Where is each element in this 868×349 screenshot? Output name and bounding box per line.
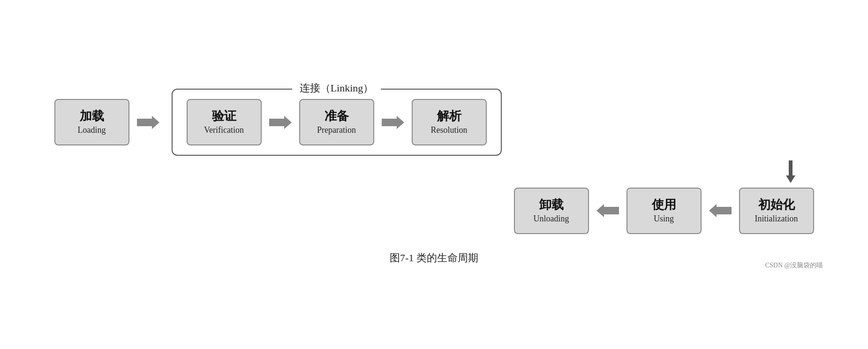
svg-marker-3 — [784, 160, 795, 183]
using-zh: 使用 — [652, 197, 676, 213]
svg-marker-2 — [382, 116, 404, 129]
loading-zh: 加载 — [80, 108, 104, 124]
unloading-en: Unloading — [534, 213, 569, 225]
linking-label: 连接（Linking） — [292, 81, 381, 95]
linking-group: 连接（Linking） 验证 Verification 准备 Preparati… — [172, 89, 502, 156]
arrow-using-to-unloading — [596, 202, 619, 219]
svg-marker-5 — [709, 204, 732, 217]
arrow-resolution-to-initialization — [782, 160, 799, 183]
resolution-en: Resolution — [430, 124, 467, 136]
unloading-zh: 卸载 — [539, 197, 564, 213]
watermark: CSDN @没脑袋的喵 — [765, 261, 823, 270]
bottom-right-group: 卸载 Unloading 使用 Using — [514, 188, 814, 234]
loading-en: Loading — [78, 124, 106, 136]
arrow-down-container — [54, 156, 814, 188]
box-using: 使用 Using — [626, 188, 702, 234]
diagram-container: 加载 Loading 连接（Linking） 验证 Verification — [36, 75, 833, 274]
preparation-zh: 准备 — [325, 108, 349, 124]
verification-zh: 验证 — [212, 108, 236, 124]
svg-marker-0 — [137, 116, 159, 129]
box-loading: 加载 Loading — [54, 99, 129, 145]
flow-area: 加载 Loading 连接（Linking） 验证 Verification — [54, 89, 814, 234]
verification-en: Verification — [204, 124, 244, 136]
box-unloading: 卸载 Unloading — [514, 188, 589, 234]
arrow-verification-to-preparation — [269, 114, 292, 131]
initialization-zh: 初始化 — [758, 197, 795, 213]
preparation-en: Preparation — [317, 124, 356, 136]
resolution-column: 解析 Resolution — [412, 99, 487, 145]
box-resolution: 解析 Resolution — [412, 99, 487, 145]
box-initialization: 初始化 Initialization — [739, 188, 814, 234]
svg-marker-1 — [269, 116, 292, 129]
diagram-caption: 图7-1 类的生命周期 — [54, 251, 814, 265]
bottom-section: 卸载 Unloading 使用 Using — [54, 188, 814, 234]
box-preparation: 准备 Preparation — [299, 99, 374, 145]
arrow-preparation-to-resolution — [382, 114, 404, 131]
box-verification: 验证 Verification — [187, 99, 262, 145]
resolution-zh: 解析 — [437, 108, 461, 124]
svg-marker-4 — [596, 204, 619, 217]
arrow-loading-to-linking — [137, 114, 159, 131]
top-section: 加载 Loading 连接（Linking） 验证 Verification — [54, 89, 814, 156]
initialization-en: Initialization — [755, 213, 798, 225]
arrow-initialization-to-using — [709, 202, 732, 219]
using-en: Using — [654, 213, 674, 225]
